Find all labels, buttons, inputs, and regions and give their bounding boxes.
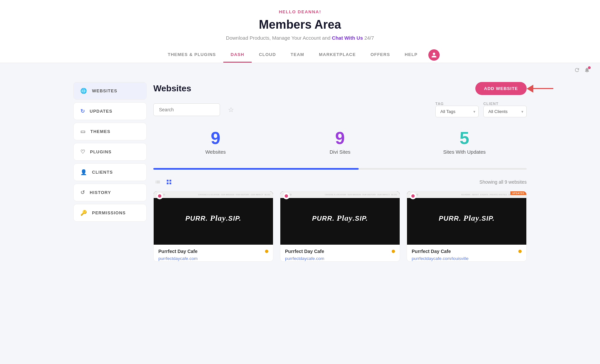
subtitle-prefix: Download Products, Manage Your Account a… [226,35,332,41]
header: HELLO DEANNA! Members Area Download Prod… [0,0,600,63]
greeting: HELLO DEANNA! [7,9,593,14]
progress-fill [153,168,359,170]
stat-websites: 9 Websites [153,125,278,161]
site-name: Purrfect Day Cafe [285,249,324,254]
svg-point-1 [285,194,288,198]
site-card: REVIEWS ABOUT EVENTS PRIVATE PARTIES ORD… [407,191,527,262]
themes-icon: ▭ [80,128,86,135]
site-url[interactable]: purrfectdaycafe.com [280,256,329,262]
site-name-row: Purrfect Day Cafe [154,245,273,255]
content-header: Websites ADD WEBSITE [153,82,527,95]
site-name: Purrfect Day Cafe [158,249,198,254]
divi-label: Divi Sites [278,149,402,155]
thumbnail-bar: CHOOSE A LOCATION OUR MISSION OUR HISTOR… [154,191,273,198]
site-name-row: Purrfect Day Cafe [407,245,526,255]
filters-row: ☆ TAG All Tags CLIENT All Clients [153,102,527,117]
client-select-wrapper: All Clients [483,106,527,117]
site-url[interactable]: purrfectdaycafe.com/louisville [407,256,473,262]
grid-view-button[interactable] [165,178,173,186]
websites-count: 9 [153,129,278,148]
refresh-icon[interactable] [574,67,580,75]
sidebar-item-plugins[interactable]: ♡ PLUGINS [73,143,147,161]
showing-count: Showing all 9 websites [479,179,527,185]
notifications-icon[interactable] [584,67,590,75]
sidebar-label-permissions: PERMISSIONS [92,210,126,215]
subtitle: Download Products, Manage Your Account a… [7,35,593,41]
nav-dash[interactable]: DASH [223,47,252,63]
stats-row: 9 Websites 9 Divi Sites 5 Sites With Upd… [153,125,527,161]
stat-updates: 5 Sites With Updates [402,125,527,161]
client-filter-group: CLIENT All Clients [483,102,527,117]
updates-label: Sites With Updates [402,149,527,155]
sidebar-item-clients[interactable]: 👤 CLIENTS [73,163,147,181]
sidebar-item-permissions[interactable]: 🔑 PERMISSIONS [73,204,147,222]
avatar[interactable] [428,49,440,61]
sidebar-label-themes: THEMES [90,129,110,134]
updates-count: 5 [402,129,527,148]
content-area: Websites ADD WEBSITE ☆ TAG All Tags [153,79,527,262]
nav-themes-plugins[interactable]: THEMES & PLUGINS [160,47,223,63]
sidebar-label-plugins: PLUGINS [90,149,112,154]
permissions-icon: 🔑 [80,210,87,216]
site-card: CHOOSE A LOCATION OUR MISSION OUR HISTOR… [280,191,400,262]
globe-icon: 🌐 [80,88,87,94]
tag-label: TAG [435,102,479,106]
toolbar [0,63,600,79]
stat-divi: 9 Divi Sites [278,125,402,161]
content-title: Websites [153,83,191,94]
sidebar-item-updates[interactable]: ↻ UPDATES [73,102,147,120]
sidebar-item-themes[interactable]: ▭ THEMES [73,123,147,140]
nav-help[interactable]: HELP [397,47,425,63]
add-website-button[interactable]: ADD WEBSITE [475,82,527,95]
tag-select-wrapper: All Tags [435,106,479,117]
site-name-row: Purrfect Day Cafe [280,245,400,255]
page-title: Members Area [7,18,593,32]
notification-badge [588,66,591,69]
updates-icon: ↻ [80,108,85,114]
clients-icon: 👤 [80,169,87,175]
history-icon: ↺ [80,189,85,196]
main-layout: 🌐 WEBSITES ↻ UPDATES ▭ THEMES ♡ PLUGINS … [67,79,533,262]
sidebar-label-websites: WEBSITES [92,88,117,93]
nav-offers[interactable]: OFFERS [363,47,397,63]
list-view-button[interactable] [153,178,162,186]
favorite-star-button[interactable]: ☆ [228,106,234,114]
sidebar-label-clients: CLIENTS [92,170,113,175]
view-toggle [153,178,173,186]
websites-label: Websites [153,149,278,155]
status-indicator [392,250,395,253]
progress-bar [153,168,527,170]
thumbnail-bar: CHOOSE A LOCATION OUR MISSION OUR HISTOR… [280,191,400,198]
arrow-line [533,88,553,89]
chat-link[interactable]: Chat With Us [332,35,363,41]
main-nav: THEMES & PLUGINS DASH CLOUD TEAM MARKETP… [7,47,593,63]
showing-row: Showing all 9 websites [153,178,527,186]
site-thumbnail: REVIEWS ABOUT EVENTS PRIVATE PARTIES ORD… [407,191,526,245]
update-badge: UPDATES [510,191,526,195]
sidebar: 🌐 WEBSITES ↻ UPDATES ▭ THEMES ♡ PLUGINS … [73,79,147,262]
site-thumbnail: CHOOSE A LOCATION OUR MISSION OUR HISTOR… [154,191,273,245]
nav-cloud[interactable]: CLOUD [252,47,283,63]
sites-grid: CHOOSE A LOCATION OUR MISSION OUR HISTOR… [153,191,527,262]
client-select[interactable]: All Clients [483,106,527,117]
nav-marketplace[interactable]: MARKETPLACE [312,47,363,63]
tag-select[interactable]: All Tags [435,106,479,117]
svg-point-0 [158,194,161,198]
site-card: CHOOSE A LOCATION OUR MISSION OUR HISTOR… [153,191,273,262]
arrow-indicator [527,85,553,93]
search-input[interactable] [153,103,220,116]
site-name: Purrfect Day Cafe [412,249,451,254]
status-indicator [518,250,522,253]
svg-point-2 [411,194,415,198]
nav-team[interactable]: TEAM [283,47,312,63]
sidebar-label-history: HISTORY [90,190,111,195]
client-label: CLIENT [483,102,527,106]
site-url[interactable]: purrfectdaycafe.com [154,256,202,262]
arrow-head [527,85,533,93]
sidebar-item-history[interactable]: ↺ HISTORY [73,184,147,201]
plugins-icon: ♡ [80,149,85,155]
sidebar-item-websites[interactable]: 🌐 WEBSITES [73,82,147,100]
sidebar-label-updates: UPDATES [90,109,112,114]
subtitle-suffix: 24/7 [364,35,374,41]
thumbnail-bar: REVIEWS ABOUT EVENTS PRIVATE PARTIES ORD… [407,191,526,198]
